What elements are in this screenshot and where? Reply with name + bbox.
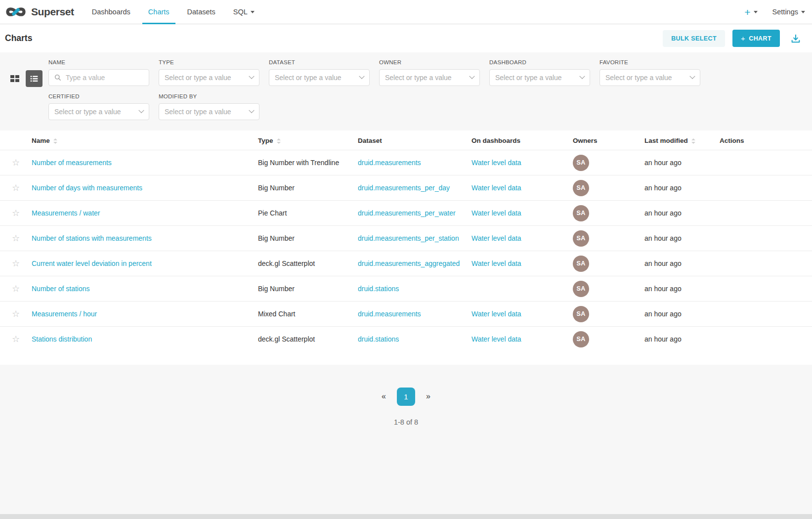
dataset-link[interactable]: druid.stations (358, 285, 399, 293)
sort-icon[interactable] (691, 138, 695, 144)
horizontal-scrollbar[interactable] (0, 514, 812, 519)
row-count-summary: 1-8 of 8 (0, 418, 812, 426)
filter-group: DATASET Select or type a value (269, 59, 370, 86)
chart-name-link[interactable]: Number of days with measurements (32, 184, 142, 192)
chart-name-link[interactable]: Current water level deviation in percent (32, 260, 152, 267)
owner-avatar[interactable]: SA (573, 281, 589, 297)
dashboard-link[interactable]: Water level data (471, 209, 521, 217)
filter-select[interactable]: Select or type a value (489, 69, 590, 86)
owner-avatar[interactable]: SA (573, 331, 589, 347)
filter-select[interactable]: Select or type a value (269, 69, 370, 86)
last-modified: an hour ago (644, 260, 682, 267)
favorite-star-icon[interactable]: ☆ (12, 208, 20, 218)
owner-avatar[interactable]: SA (573, 155, 589, 171)
last-modified: an hour ago (644, 209, 682, 217)
header-actions: BULK SELECT + CHART (663, 30, 802, 47)
previous-page-button[interactable]: « (380, 392, 388, 401)
top-navbar: Superset Dashboards Charts Datasets SQL … (0, 0, 812, 24)
last-modified: an hour ago (644, 159, 682, 167)
chart-name-link[interactable]: Number of measurements (32, 159, 112, 167)
page-1-button[interactable]: 1 (397, 388, 415, 406)
navbar-right: + Settings (744, 7, 805, 17)
table-row: ☆ Measurements / water Pie Chart druid.m… (0, 201, 812, 226)
chart-type: Big Number (258, 234, 295, 242)
next-page-button[interactable]: » (424, 392, 432, 401)
pagination: « 1 » 1-8 of 8 (0, 365, 812, 426)
superset-logo-icon (5, 5, 27, 18)
table-row: ☆ Stations distribution deck.gl Scatterp… (0, 327, 812, 352)
new-item-menu[interactable]: + (744, 7, 757, 17)
dashboard-link[interactable]: Water level data (471, 260, 521, 267)
favorite-star-icon[interactable]: ☆ (12, 309, 20, 319)
filter-select[interactable]: Select or type a value (159, 69, 259, 86)
bulk-select-button[interactable]: BULK SELECT (663, 30, 725, 47)
dashboard-link[interactable]: Water level data (471, 234, 521, 242)
chevron-down-icon (469, 74, 474, 79)
dataset-link[interactable]: druid.measurements_per_water (358, 209, 456, 217)
new-chart-button[interactable]: + CHART (732, 30, 780, 47)
filter-label: FAVORITE (599, 59, 700, 65)
column-header-name[interactable]: Name (32, 130, 258, 150)
charts-table: Name Type Dataset On dashboards Owners L… (0, 130, 812, 352)
column-header-modified[interactable]: Last modified (644, 130, 720, 150)
card-view-icon[interactable] (7, 71, 23, 86)
filter-label: MODIFIED BY (159, 93, 259, 99)
caret-down-icon (754, 11, 758, 13)
caret-down-icon (251, 11, 255, 13)
favorite-star-icon[interactable]: ☆ (12, 183, 20, 193)
sort-icon[interactable] (53, 138, 57, 144)
nav-item-dashboards[interactable]: Dashboards (83, 0, 139, 24)
caret-down-icon (801, 11, 805, 13)
name-filter-box[interactable] (48, 69, 149, 86)
favorite-star-icon[interactable]: ☆ (12, 259, 20, 268)
sort-icon[interactable] (277, 138, 281, 144)
favorite-star-icon[interactable]: ☆ (12, 334, 20, 344)
filter-label: CERTIFIED (48, 93, 149, 99)
search-input[interactable] (65, 73, 143, 82)
nav-item-datasets[interactable]: Datasets (178, 0, 224, 24)
filter-select[interactable]: Select or type a value (599, 69, 700, 86)
superset-logo[interactable]: Superset (5, 5, 74, 18)
chart-name-link[interactable]: Number of stations with measurements (32, 234, 152, 242)
filter-select[interactable]: Select or type a value (48, 103, 149, 120)
dashboard-link[interactable]: Water level data (471, 335, 521, 343)
favorite-star-icon[interactable]: ☆ (12, 284, 20, 294)
dashboard-link[interactable]: Water level data (471, 310, 521, 318)
dataset-link[interactable]: druid.measurements_aggregated (358, 260, 460, 267)
select-all-column (0, 130, 32, 150)
filter-group: MODIFIED BY Select or type a value (159, 93, 259, 120)
chevron-down-icon (579, 74, 585, 79)
column-header-type[interactable]: Type (258, 130, 358, 150)
owner-avatar[interactable]: SA (573, 230, 589, 247)
dataset-link[interactable]: druid.measurements (358, 159, 421, 167)
dashboard-link[interactable]: Water level data (471, 159, 521, 167)
favorite-star-icon[interactable]: ☆ (12, 233, 20, 243)
settings-menu[interactable]: Settings (772, 8, 805, 16)
actions-cell (720, 276, 812, 302)
dataset-link[interactable]: druid.measurements_per_day (358, 184, 450, 192)
actions-cell (720, 302, 812, 327)
chart-name-link[interactable]: Measurements / hour (32, 310, 97, 318)
dataset-link[interactable]: druid.measurements_per_station (358, 234, 459, 242)
owner-avatar[interactable]: SA (573, 256, 589, 272)
chart-name-link[interactable]: Measurements / water (32, 209, 100, 217)
list-view-icon[interactable] (26, 70, 43, 87)
export-button[interactable] (789, 32, 802, 45)
owner-avatar[interactable]: SA (573, 306, 589, 322)
favorite-star-icon[interactable]: ☆ (12, 158, 20, 168)
filter-select[interactable]: Select or type a value (379, 69, 480, 86)
dashboard-link[interactable]: Water level data (471, 184, 521, 192)
nav-item-charts[interactable]: Charts (139, 0, 178, 24)
dataset-link[interactable]: druid.stations (358, 335, 399, 343)
search-icon (54, 74, 61, 81)
owner-avatar[interactable]: SA (573, 180, 589, 196)
filter-select[interactable]: Select or type a value (159, 103, 259, 120)
dataset-link[interactable]: druid.measurements (358, 310, 421, 318)
owner-avatar[interactable]: SA (573, 205, 589, 221)
nav-item-sql[interactable]: SQL (224, 0, 263, 24)
filter-group: CERTIFIED Select or type a value (48, 93, 149, 120)
chart-name-link[interactable]: Number of stations (32, 285, 90, 293)
chart-name-link[interactable]: Stations distribution (32, 335, 92, 343)
filter-group: FAVORITE Select or type a value (599, 59, 700, 86)
table-row: ☆ Number of measurements Big Number with… (0, 150, 812, 175)
